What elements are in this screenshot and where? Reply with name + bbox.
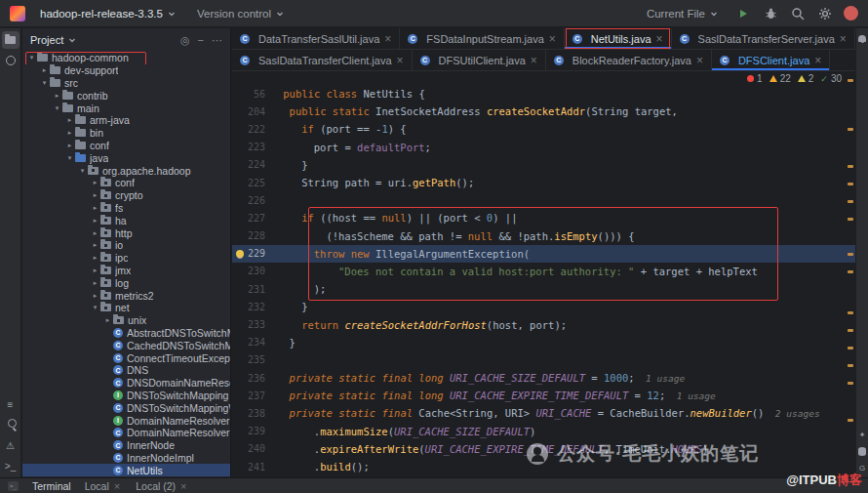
inspection-warning[interactable]: 22	[769, 73, 791, 84]
tree-item-NetUtils[interactable]: CNetUtils	[22, 464, 230, 476]
tree-item-dev-support[interactable]: ▸dev-support	[22, 64, 230, 77]
scrollbar-stripe[interactable]	[846, 71, 855, 477]
code-line-228[interactable]: 228(!hasScheme && path != null && !path.…	[232, 227, 855, 245]
line-number-gutter[interactable]: 238	[232, 408, 277, 419]
tree-item-src[interactable]: ▾src	[22, 77, 230, 90]
run-configuration-widget[interactable]: Current File	[640, 5, 725, 22]
tree-item-DNSDomainNameResolver[interactable]: CDNSDomainNameResolver	[22, 377, 230, 390]
tree-item-unix[interactable]: ▸unix	[22, 314, 230, 327]
close-icon[interactable]: ×	[840, 34, 847, 44]
tree-chevron-icon[interactable]: ▾	[77, 167, 88, 175]
vcs-widget[interactable]: Version control	[190, 5, 291, 22]
tree-item-InnerNode[interactable]: CInnerNode	[22, 439, 230, 452]
project-panel-header[interactable]: Project ◎ − ⋯	[22, 28, 230, 52]
line-number-gutter[interactable]: 232	[232, 302, 277, 312]
code-line-238[interactable]: 238private static final Cache<String, UR…	[232, 404, 855, 422]
code-line-236[interactable]: 236private static final long URI_CACHE_S…	[232, 369, 855, 387]
code-line-223[interactable]: 223port = defaultPort;	[232, 139, 855, 156]
code-line-231[interactable]: 231);	[232, 280, 855, 298]
collapse-all-icon[interactable]: −	[198, 34, 204, 47]
tree-chevron-icon[interactable]: ▸	[102, 316, 113, 324]
editor-tab-DataTransferSaslUtil.java[interactable]: CDataTransferSaslUtil.java×	[232, 28, 400, 49]
close-icon[interactable]: ×	[531, 56, 537, 65]
tree-chevron-icon[interactable]: ▸	[64, 142, 75, 149]
line-number-gutter[interactable]: 226	[232, 195, 277, 206]
structure-icon[interactable]: ≡	[2, 395, 20, 413]
line-number-gutter[interactable]: 237	[232, 390, 277, 401]
code-line-237[interactable]: 237private static final long URI_CACHE_E…	[232, 387, 855, 404]
tree-item-main[interactable]: ▾main	[22, 102, 230, 114]
run-button[interactable]	[734, 5, 752, 22]
line-number-gutter[interactable]: 241	[232, 462, 277, 472]
tree-chevron-icon[interactable]: ▸	[90, 279, 100, 287]
tree-item-InnerNodeImpl[interactable]: CInnerNodeImpl	[22, 452, 230, 465]
tree-item-ConnectTimeoutException[interactable]: CConnectTimeoutException	[22, 351, 230, 364]
line-number-gutter[interactable]: 239	[232, 426, 277, 436]
inspection-weak-warning[interactable]: 2	[798, 73, 814, 84]
project-icon[interactable]	[2, 31, 20, 49]
line-number-gutter[interactable]: 236	[232, 373, 277, 384]
tree-chevron-icon[interactable]: ▸	[90, 241, 100, 249]
tree-item-fs[interactable]: ▸fs	[22, 202, 230, 215]
code-line-233[interactable]: 233return createSocketAddrForHost(host, …	[232, 315, 855, 333]
tree-item-conf[interactable]: ▸conf	[22, 177, 230, 189]
line-number-gutter[interactable]: 223	[232, 142, 277, 152]
close-icon[interactable]: ×	[696, 56, 703, 65]
tree-item-ipc[interactable]: ▸ipc	[22, 252, 230, 265]
editor-tab-SaslDataTransferServer.java[interactable]: CSaslDataTransferServer.java×	[672, 28, 855, 49]
editor-tab-NetUtils.java[interactable]: CNetUtils.java×	[565, 28, 672, 49]
tree-item-jmx[interactable]: ▸jmx	[22, 265, 230, 277]
terminal-icon[interactable]: >_	[2, 457, 20, 474]
tree-item-net[interactable]: ▾net	[22, 302, 230, 314]
code-line-56[interactable]: 56public class NetUtils {	[232, 85, 855, 103]
tree-chevron-icon[interactable]: ▸	[90, 204, 100, 212]
debug-button[interactable]	[762, 5, 779, 22]
search-everywhere-button[interactable]	[789, 5, 807, 22]
code-line-224[interactable]: 224}	[232, 156, 855, 174]
problems-icon[interactable]: ⚠	[2, 436, 20, 454]
tree-chevron-icon[interactable]: ▸	[90, 292, 100, 300]
tree-chevron-icon[interactable]: ▸	[39, 66, 50, 74]
code-line-234[interactable]: 234}	[232, 334, 855, 351]
editor-tab-SaslDataTransferClient.java[interactable]: CSaslDataTransferClient.java×	[232, 50, 413, 70]
tree-chevron-icon[interactable]: ▸	[90, 254, 100, 262]
terminal-label[interactable]: Terminal	[32, 480, 71, 492]
code-line-222[interactable]: 222if (port == -1) {	[232, 120, 855, 138]
tree-chevron-icon[interactable]: ▸	[52, 92, 62, 100]
close-icon[interactable]: ×	[656, 34, 663, 44]
line-number-gutter[interactable]: 230	[232, 266, 277, 276]
line-number-gutter[interactable]: 227	[232, 213, 277, 224]
line-number-gutter[interactable]: 228	[232, 230, 277, 241]
code-line-229[interactable]: 229throw new IllegalArgumentException(	[232, 245, 855, 263]
tree-item-hadoop-common[interactable]: ▾hadoop-common	[22, 52, 230, 64]
tree-item-http[interactable]: ▸http	[22, 226, 230, 239]
tree-chevron-icon[interactable]: ▸	[64, 116, 75, 124]
line-number-gutter[interactable]: 234	[232, 337, 277, 348]
tree-item-CachedDNSToSwitchMapping[interactable]: CCachedDNSToSwitchMapping	[22, 339, 230, 351]
tree-item-crypto[interactable]: ▸crypto	[22, 189, 230, 202]
tree-chevron-icon[interactable]: ▾	[52, 104, 62, 112]
code-line-230[interactable]: 230"Does not contain a valid host:port a…	[232, 263, 855, 280]
close-icon[interactable]: ×	[384, 34, 391, 44]
line-number-gutter[interactable]: 56	[232, 89, 277, 100]
tree-chevron-icon[interactable]: ▾	[26, 54, 37, 62]
tree-chevron-icon[interactable]: ▾	[39, 79, 50, 87]
tree-chevron-icon[interactable]: ▸	[64, 129, 75, 137]
terminal-tab-Local (2)[interactable]: Local (2)×	[136, 480, 186, 492]
tree-item-bin[interactable]: ▸bin	[22, 127, 230, 140]
tree-item-conf[interactable]: ▸conf	[22, 140, 230, 152]
project-widget[interactable]: hadoop-rel-release-3.3.5	[33, 5, 182, 22]
tree-item-AbstractDNSToSwitchMappi[interactable]: CAbstractDNSToSwitchMappi	[22, 327, 230, 340]
code-line-227[interactable]: 227if ((host == null) || (port < 0) ||	[232, 209, 855, 226]
close-icon[interactable]: ×	[397, 56, 404, 65]
tree-chevron-icon[interactable]: ▸	[90, 179, 100, 186]
tree-item-org.apache.hadoop[interactable]: ▾org.apache.hadoop	[22, 164, 230, 177]
terminal-tab-Local[interactable]: Local×	[85, 480, 121, 492]
line-number-gutter[interactable]: 235	[232, 354, 277, 365]
inspection-error[interactable]: 1	[747, 73, 763, 84]
find-icon[interactable]	[2, 416, 20, 433]
inspections-widget[interactable]: 1222✓30	[747, 72, 842, 85]
tree-item-DomainNameResolverFactor[interactable]: CDomainNameResolverFactor	[22, 427, 230, 439]
editor-tab-BlockReaderFactory.java[interactable]: CBlockReaderFactory.java×	[546, 50, 712, 70]
line-number-gutter[interactable]: 225	[232, 178, 277, 188]
